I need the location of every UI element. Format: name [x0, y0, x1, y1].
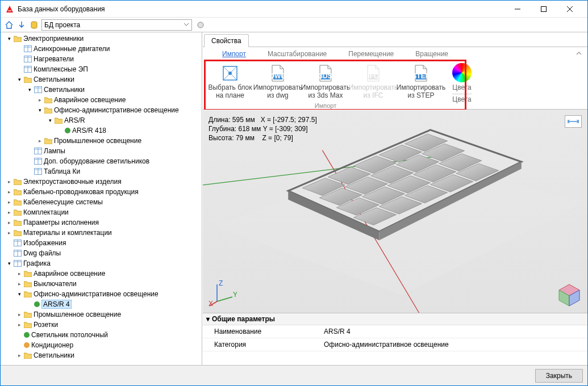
folder-icon — [14, 188, 22, 195]
tree-item[interactable]: ▸Промышленное освещение — [16, 309, 202, 320]
database-combo[interactable]: БД проекта — [41, 19, 192, 31]
app-icon — [5, 5, 14, 14]
tree-item[interactable]: ▸Кабельно-проводниковая продукция — [6, 187, 202, 197]
tree-item[interactable]: Dwg файлы — [6, 248, 202, 258]
tree-item[interactable]: ▸Кабеленесущие системы — [6, 197, 202, 207]
expand-icon[interactable]: ▸ — [16, 353, 22, 358]
tree-item[interactable]: Доп. оборудование светильников — [27, 156, 202, 166]
tree-item[interactable]: ▸Розетки — [16, 320, 202, 330]
combo-value: БД проекта — [44, 21, 80, 29]
expand-icon[interactable]: ▸ — [37, 97, 43, 103]
collapse-icon[interactable]: ▾ — [6, 36, 12, 41]
close-button[interactable] — [557, 1, 583, 18]
collapse-icon[interactable]: ▾ — [16, 77, 22, 82]
maximize-button[interactable] — [531, 1, 557, 18]
expand-icon[interactable]: ▸ — [6, 230, 12, 236]
collapse-icon[interactable]: ▾ — [6, 261, 12, 266]
measure-tool-icon[interactable] — [565, 115, 582, 128]
colors-button[interactable]: ЦветаЦвета — [452, 63, 472, 104]
import-dwg-button[interactable]: DWG Импортироватьиз dwg — [254, 63, 302, 101]
database-icon[interactable] — [29, 20, 39, 30]
property-group-header[interactable]: ▾Общие параметры — [203, 313, 587, 325]
ribbon-tab-import[interactable]: Импорт — [220, 49, 248, 59]
tree-item[interactable]: Лампы — [27, 146, 202, 156]
tree-item[interactable]: ▸Выключатели — [16, 279, 202, 289]
tree-pane[interactable]: ▾Электроприемники Асинхронные двигатели … — [1, 32, 202, 365]
tree-item[interactable]: ▾ARS/R — [47, 115, 202, 125]
tree-item[interactable]: ▸Материалы и комплектации — [6, 228, 202, 238]
svg-line-75 — [217, 297, 232, 301]
filter-icon[interactable] — [195, 20, 206, 30]
collapse-icon[interactable]: ▾ — [47, 118, 53, 123]
expand-icon[interactable]: ▸ — [6, 199, 12, 205]
folder-icon — [44, 137, 52, 144]
import-3ds-button[interactable]: 3DS Импортироватьиз 3ds Max — [302, 63, 349, 101]
expand-icon[interactable]: ▸ — [6, 209, 12, 215]
expand-icon[interactable]: ▸ — [6, 220, 12, 225]
tree-item[interactable]: Светильник потолочный — [16, 330, 202, 340]
tree-item[interactable]: Кондиционер — [16, 340, 202, 350]
svg-text:STEP: STEP — [412, 72, 429, 80]
tree-item-selected[interactable]: ARS/R 4 — [27, 299, 202, 309]
tree-item[interactable]: ▸Параметры исполнения — [6, 217, 202, 228]
expand-icon[interactable]: ▸ — [16, 281, 22, 287]
collapse-icon[interactable]: ▾ — [27, 87, 32, 93]
tree-item[interactable]: ▾Светильники — [16, 74, 202, 85]
select-block-button[interactable]: Выбрать блокна плане — [206, 63, 254, 101]
tree-item[interactable]: Таблица Ки — [27, 166, 202, 177]
collapse-icon[interactable]: ▾ — [16, 291, 22, 297]
ribbon-tab-rotate[interactable]: Вращение — [413, 49, 451, 59]
minimize-button[interactable] — [504, 1, 531, 18]
table-icon — [24, 66, 32, 73]
tree-item[interactable]: ▾Графика — [6, 258, 202, 268]
dwg-file-icon: DWG — [269, 64, 287, 82]
svg-text:3DS: 3DS — [319, 72, 332, 80]
home-icon[interactable] — [4, 20, 14, 30]
folder-icon — [44, 107, 52, 114]
viewport-3d[interactable]: Длина: 595 мм X = [-297.5; 297.5] Глубин… — [203, 110, 587, 313]
ribbon-tab-scale[interactable]: Масштабирование — [265, 49, 329, 59]
tree-item[interactable]: ▾Офисно-административное освещение — [16, 289, 202, 299]
expand-icon[interactable]: ▸ — [16, 271, 22, 276]
status-dot-icon — [65, 128, 70, 133]
tree-item[interactable]: ▸Комплектации — [6, 207, 202, 217]
down-arrow-icon[interactable] — [16, 20, 27, 30]
ribbon-collapse-icon[interactable] — [575, 49, 583, 57]
expand-icon[interactable]: ▸ — [16, 312, 22, 317]
step-file-icon: STEP — [412, 64, 430, 82]
close-dialog-button[interactable]: Закрыть — [535, 369, 583, 383]
folder-icon — [44, 96, 52, 103]
import-step-button[interactable]: STEP Импортироватьиз STEP — [397, 63, 445, 101]
axis-gizmo: ZYX — [208, 279, 237, 307]
tree-item[interactable]: ▾Светильники — [27, 85, 202, 95]
expand-icon[interactable]: ▸ — [6, 179, 12, 184]
import-ifc-button: IFC Импортироватьиз IFC — [349, 63, 397, 101]
tree-item[interactable]: ▸Электроустановочные изделия — [6, 177, 202, 187]
ribbon-tab-move[interactable]: Перемещение — [346, 49, 396, 59]
property-row[interactable]: НаименованиеARS/R 4 — [203, 325, 587, 338]
collapse-icon[interactable]: ▾ — [37, 107, 43, 113]
property-row[interactable]: КатегорияОфисно-административное освещен… — [203, 338, 587, 351]
collapse-icon[interactable]: ▾ — [206, 315, 210, 323]
tree-item[interactable]: ▾Офисно-административное освещение — [37, 105, 202, 115]
viewcube[interactable] — [557, 282, 582, 307]
svg-text:X: X — [208, 300, 213, 307]
expand-icon[interactable]: ▸ — [37, 138, 43, 144]
tree-item[interactable]: ▸Промышленное освещение — [37, 136, 202, 146]
tree-item[interactable]: ▸Аварийное освещение — [37, 95, 202, 105]
tree-item[interactable]: ▸Аварийное освещение — [16, 268, 202, 279]
svg-rect-1 — [541, 6, 547, 11]
property-grid[interactable]: ▾Общие параметры НаименованиеARS/R 4 Кат… — [203, 313, 587, 365]
tree-item[interactable]: ▾Электроприемники — [6, 33, 202, 44]
expand-icon[interactable]: ▸ — [6, 189, 12, 195]
tree-item[interactable]: Нагреватели — [16, 54, 202, 64]
tree-item[interactable]: ARS/R 418 — [57, 125, 202, 136]
tree-item[interactable]: Комплексные ЭП — [16, 64, 202, 74]
folder-icon — [24, 291, 32, 297]
tree-item[interactable]: Асинхронные двигатели — [16, 44, 202, 54]
expand-icon[interactable]: ▸ — [16, 322, 22, 328]
footer: Закрыть — [1, 365, 587, 385]
tree-item[interactable]: ▸Светильники — [16, 350, 202, 360]
tree-item[interactable]: Изображения — [6, 238, 202, 248]
tab-properties[interactable]: Свойства — [204, 34, 249, 47]
